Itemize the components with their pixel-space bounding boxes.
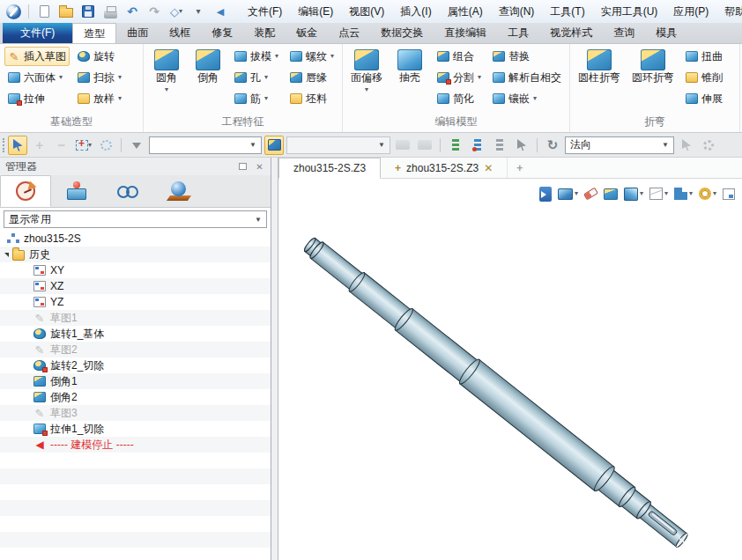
- menu-item[interactable]: 工具(T): [542, 1, 592, 23]
- tree-item[interactable]: 历史: [0, 247, 271, 262]
- dropdown-arrow-icon[interactable]: ▾: [330, 53, 334, 60]
- ribbon-button[interactable]: ✎插入草图: [4, 47, 70, 66]
- display-filter-dropdown[interactable]: 显示常用 ▼: [4, 210, 267, 228]
- dropdown-arrow-icon[interactable]: ▾: [59, 74, 63, 81]
- regen-button[interactable]: ◇▾: [167, 2, 186, 21]
- document-tab-secondary[interactable]: + zhou315-2S.Z3 ✕: [381, 158, 508, 178]
- dropdown-arrow-icon[interactable]: ▾: [264, 95, 268, 102]
- new-document-tab-button[interactable]: +: [508, 158, 531, 178]
- ribbon-button[interactable]: 面偏移▾: [347, 47, 386, 93]
- tree-item[interactable]: 倒角1: [0, 373, 271, 389]
- ribbon-tab[interactable]: 模具: [645, 23, 687, 43]
- tree-item[interactable]: YZ: [0, 294, 271, 310]
- dropdown-arrow-icon[interactable]: ▾: [478, 74, 481, 81]
- dropdown-arrow-icon[interactable]: ▾: [165, 86, 168, 93]
- ribbon-button[interactable]: 筋▾: [231, 89, 282, 108]
- pick-list-current-button[interactable]: [468, 136, 487, 155]
- menu-item[interactable]: 应用(P): [665, 1, 716, 23]
- tree-item[interactable]: 旋转2_切除: [0, 357, 271, 373]
- solid-manager-tab[interactable]: [51, 175, 102, 207]
- ribbon-button[interactable]: 替换: [489, 47, 565, 66]
- expander-icon[interactable]: [4, 253, 9, 257]
- toolbar-grip[interactable]: [3, 138, 5, 152]
- tree-item[interactable]: 倒角2: [0, 389, 271, 405]
- menu-item[interactable]: 属性(A): [440, 1, 491, 23]
- ribbon-button[interactable]: 简化: [434, 89, 485, 108]
- ribbon-tab[interactable]: 直接编辑: [434, 23, 497, 43]
- close-tab-icon[interactable]: ✕: [484, 162, 493, 174]
- pick-list-first-button[interactable]: [446, 136, 465, 155]
- maximize-view-button[interactable]: [721, 184, 737, 203]
- ribbon-button[interactable]: 螺纹▾: [286, 47, 338, 66]
- ribbon-tab[interactable]: 点云: [328, 23, 370, 43]
- menu-item[interactable]: 视图(V): [341, 1, 392, 23]
- collapse-button[interactable]: ◀: [211, 2, 230, 21]
- menu-item[interactable]: 文件(F): [240, 1, 290, 23]
- filter-button[interactable]: [127, 136, 146, 155]
- dropdown-arrow-icon[interactable]: ▾: [275, 53, 278, 60]
- ribbon-button[interactable]: 伸展: [682, 89, 726, 108]
- tree-item[interactable]: ✎草图3: [0, 405, 271, 421]
- dropdown-arrow-icon[interactable]: ▾: [264, 74, 268, 81]
- ribbon-button[interactable]: 拉伸: [4, 89, 70, 108]
- panel-close-button[interactable]: ✕: [254, 161, 265, 172]
- dropdown-arrow-icon[interactable]: ▾: [640, 190, 643, 197]
- ribbon-button[interactable]: 拔模▾: [231, 47, 282, 66]
- panel-splitter[interactable]: [271, 158, 278, 560]
- marquee-select-button[interactable]: ▾: [74, 136, 93, 155]
- ribbon-tab[interactable]: 钣金: [286, 23, 328, 43]
- ribbon-button[interactable]: 解析自相交: [489, 68, 565, 87]
- undo-button[interactable]: ↶: [122, 2, 142, 21]
- ribbon-button[interactable]: 镶嵌▾: [489, 89, 565, 108]
- ribbon-button[interactable]: 放样▾: [74, 89, 125, 108]
- open-file-button[interactable]: [56, 2, 76, 21]
- app-logo-icon[interactable]: [4, 2, 23, 21]
- zoom-tools-button[interactable]: ▾: [697, 184, 718, 203]
- tree-item[interactable]: 旋转1_基体: [0, 326, 271, 342]
- ribbon-button[interactable]: 扭曲: [682, 47, 726, 66]
- combo3-dropdown[interactable]: 法向▼: [565, 136, 674, 154]
- render-manager-tab[interactable]: [153, 175, 204, 207]
- tree-item[interactable]: ◀----- 建模停止 -----: [0, 437, 271, 453]
- new-file-button[interactable]: [34, 2, 54, 21]
- offset-ball-button[interactable]: [415, 136, 434, 155]
- reselect-button[interactable]: [264, 136, 284, 155]
- ribbon-button[interactable]: 旋转: [74, 47, 125, 66]
- shaft-3d-model[interactable]: [278, 179, 742, 560]
- datum-display-button[interactable]: [602, 184, 620, 203]
- dropdown-arrow-icon[interactable]: ▾: [713, 190, 716, 197]
- ribbon-button[interactable]: 唇缘: [286, 68, 338, 87]
- ribbon-tab[interactable]: 数据交换: [370, 23, 434, 43]
- ribbon-button[interactable]: 圆角▾: [148, 47, 185, 93]
- ribbon-button[interactable]: 组合: [434, 47, 485, 66]
- menu-item[interactable]: 插入(I): [392, 1, 439, 23]
- tree-item[interactable]: ✎草图2: [0, 342, 271, 357]
- remove-select-button[interactable]: −: [52, 136, 71, 155]
- ribbon-tab[interactable]: 视觉样式: [539, 23, 603, 43]
- pick-list-all-button[interactable]: [490, 136, 509, 155]
- menu-item[interactable]: 查询(N): [491, 1, 543, 23]
- ribbon-button[interactable]: 圆环折弯: [628, 47, 678, 85]
- wireframe-mode-button[interactable]: ▾: [648, 184, 670, 203]
- tree-item[interactable]: ✎草图1: [0, 310, 271, 326]
- menu-item[interactable]: 帮助(H): [716, 1, 742, 23]
- ribbon-tab[interactable]: 查询: [603, 23, 645, 43]
- pick-arrow-button[interactable]: [512, 136, 531, 155]
- ribbon-tab[interactable]: 修复: [201, 23, 243, 43]
- pick-target-button[interactable]: [677, 136, 696, 155]
- orient-button[interactable]: ↻: [543, 136, 562, 155]
- ribbon-tab[interactable]: 曲面: [116, 23, 159, 43]
- ribbon-button[interactable]: 孔▾: [231, 68, 282, 87]
- visualize-manager-tab[interactable]: [102, 175, 153, 207]
- shaded-mode-button[interactable]: ▾: [622, 184, 645, 203]
- combo1-dropdown[interactable]: ▼: [149, 136, 262, 154]
- ribbon-button[interactable]: 六面体▾: [4, 68, 70, 87]
- redo-button[interactable]: ↷: [145, 2, 164, 21]
- pick-settings-button[interactable]: [699, 136, 718, 155]
- history-manager-tab[interactable]: [0, 175, 51, 207]
- offset-pair-button[interactable]: [393, 136, 412, 155]
- dropdown-arrow-icon[interactable]: ▾: [365, 86, 368, 93]
- ribbon-button[interactable]: 抽壳: [390, 47, 429, 85]
- ribbon-tab[interactable]: 装配: [243, 23, 286, 43]
- dropdown-arrow-icon[interactable]: ▾: [88, 142, 92, 149]
